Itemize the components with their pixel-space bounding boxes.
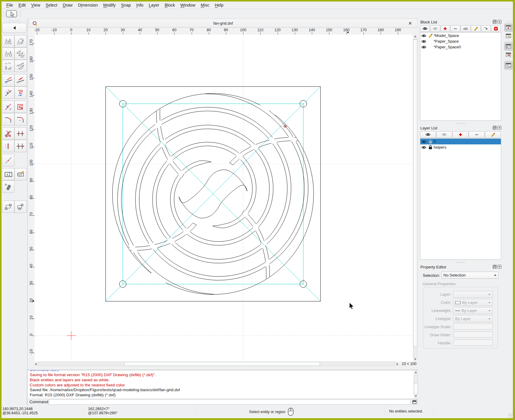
- remove-block-button[interactable]: [450, 25, 460, 32]
- tool-offset-multi[interactable]: [14, 86, 27, 99]
- property-draworder-edit[interactable]: [453, 331, 493, 338]
- toggle-property-editor-button[interactable]: [504, 62, 512, 69]
- block-row[interactable]: *Paper_Space: [420, 38, 501, 44]
- tool-trim[interactable]: [2, 74, 14, 86]
- menu-window[interactable]: Window: [178, 2, 198, 8]
- selection-tool-button[interactable]: [6, 10, 17, 17]
- property-color-combo[interactable]: By Layer: [453, 299, 493, 306]
- menu-help[interactable]: Help: [212, 2, 226, 8]
- property-editor-close-button[interactable]: ✕: [498, 265, 501, 269]
- canvas-vscroll-arrow-down[interactable]: [414, 358, 416, 360]
- tool-multi-copy[interactable]: [14, 47, 27, 60]
- layer-list-close-button[interactable]: ✕: [498, 126, 501, 130]
- property-linetypescale-edit[interactable]: [453, 323, 493, 330]
- menu-misc[interactable]: Misc: [198, 2, 212, 8]
- console-toggle-button[interactable]: [412, 399, 417, 405]
- layer-list-float-button[interactable]: [493, 126, 497, 130]
- panel-splitter[interactable]: [419, 122, 503, 125]
- rename-block-button[interactable]: a|b: [461, 25, 471, 32]
- canvas-hscroll-arrow-left[interactable]: [35, 363, 37, 365]
- menu-snap[interactable]: Snap: [118, 2, 134, 8]
- tool-break-out-segment[interactable]: [14, 127, 27, 140]
- console-scroll-arrow-up[interactable]: [415, 371, 417, 373]
- tool-edit-block[interactable]: [2, 201, 14, 213]
- tool-delete-entity[interactable]: x: [2, 101, 14, 113]
- menu-file[interactable]: File: [4, 2, 16, 8]
- purge-block-button[interactable]: [491, 25, 501, 32]
- property-editor-float-button[interactable]: [493, 265, 497, 269]
- tool-rotate[interactable]: [14, 35, 27, 47]
- edit-block-button[interactable]: [471, 25, 481, 32]
- canvas-hscroll-thumb[interactable]: [124, 362, 320, 366]
- tool-stretch[interactable]: [14, 140, 27, 152]
- show-all-layers-button[interactable]: [420, 131, 436, 138]
- tool-edit-hatch[interactable]: [14, 168, 27, 180]
- menu-layer[interactable]: Layer: [146, 2, 162, 8]
- tool-flip[interactable]: [14, 60, 27, 72]
- console-scrollbar[interactable]: [413, 370, 418, 398]
- console-scroll-arrow-down[interactable]: [415, 395, 417, 397]
- add-block-button[interactable]: [440, 25, 450, 32]
- tool-mirror[interactable]: [2, 47, 14, 60]
- toolbar-drag-handle[interactable]: [2, 11, 4, 17]
- tool-round[interactable]: [14, 113, 27, 125]
- canvas-hscroll-arrow-right[interactable]: [397, 363, 398, 365]
- tool-divide-dashed[interactable]: [2, 140, 14, 152]
- canvas-vscroll-arrow-up[interactable]: [414, 35, 416, 37]
- resize-grip[interactable]: [508, 413, 512, 418]
- property-lineweight-combo[interactable]: By Layer: [453, 307, 493, 314]
- tool-move-rotate[interactable]: [2, 60, 14, 72]
- command-log[interactable]: Command: saveSaving to file format versi…: [28, 370, 413, 398]
- menu-info[interactable]: Info: [134, 2, 146, 8]
- layer-row[interactable]: helpers: [420, 144, 501, 150]
- menu-dimension[interactable]: Dimension: [75, 2, 100, 8]
- document-title-bar[interactable]: fan-grid.dxf ✕: [29, 19, 418, 28]
- add-layer-button[interactable]: [453, 131, 468, 138]
- block-list[interactable]: *Model_Space*Paper_Space*Paper_Space0: [420, 32, 501, 121]
- menu-edit[interactable]: Edit: [16, 2, 29, 8]
- layer-list[interactable]: 0helpers: [420, 138, 501, 260]
- command-input[interactable]: [49, 399, 411, 405]
- tool-explode[interactable]: [2, 180, 14, 193]
- toggle-block-list-button[interactable]: [504, 24, 512, 32]
- toggle-library-browser-button[interactable]: [504, 32, 512, 40]
- selection-combobox[interactable]: No Selection: [441, 272, 498, 279]
- menu-view[interactable]: View: [29, 2, 43, 8]
- dock-drag-handle[interactable]: [9, 20, 20, 22]
- block-row[interactable]: *Model_Space: [420, 33, 501, 38]
- canvas-vscroll-thumb[interactable]: [413, 39, 417, 347]
- tool-break-out-manual[interactable]: [2, 154, 14, 166]
- property-linetype-combo[interactable]: By Layer: [453, 315, 493, 322]
- canvas-horizontal-scrollbar[interactable]: 10 < 100: [29, 361, 418, 367]
- panel-splitter[interactable]: [419, 261, 503, 264]
- tool-explode-block[interactable]: [14, 101, 27, 113]
- tool-edit-text[interactable]: A: [2, 168, 14, 180]
- hide-all-blocks-button[interactable]: [430, 25, 440, 32]
- tool-move-copy[interactable]: [2, 35, 14, 47]
- tool-create-block[interactable]: [14, 201, 27, 213]
- show-all-blocks-button[interactable]: [420, 25, 430, 32]
- menu-draw[interactable]: Draw: [60, 2, 75, 8]
- block-list-close-button[interactable]: ✕: [498, 20, 501, 24]
- tool-divide-cut[interactable]: [2, 127, 14, 140]
- block-row[interactable]: *Paper_Space0: [420, 44, 501, 50]
- tool-offset[interactable]: [2, 86, 14, 99]
- remove-layer-button[interactable]: [469, 131, 485, 138]
- menu-block[interactable]: Block: [162, 2, 178, 8]
- property-layer-combo[interactable]: [453, 291, 493, 298]
- tool-lengthen[interactable]: [14, 74, 27, 86]
- hide-all-layers-button[interactable]: [436, 131, 452, 138]
- layer-row[interactable]: 0: [420, 139, 501, 144]
- menu-select[interactable]: Select: [43, 2, 60, 8]
- toggle-layer-list-button[interactable]: [504, 43, 512, 50]
- canvas-hscroll[interactable]: [34, 361, 400, 367]
- back-button[interactable]: [2, 23, 26, 33]
- property-handle-edit[interactable]: [453, 340, 493, 346]
- insert-block-button[interactable]: [481, 25, 491, 32]
- tool-bevel[interactable]: [2, 113, 14, 125]
- console-scroll-thumb[interactable]: [414, 383, 418, 394]
- drawing-canvas[interactable]: [35, 35, 413, 361]
- canvas-vertical-scrollbar[interactable]: [413, 35, 418, 361]
- menu-modify[interactable]: Modify: [101, 2, 118, 8]
- block-list-float-button[interactable]: [493, 20, 497, 24]
